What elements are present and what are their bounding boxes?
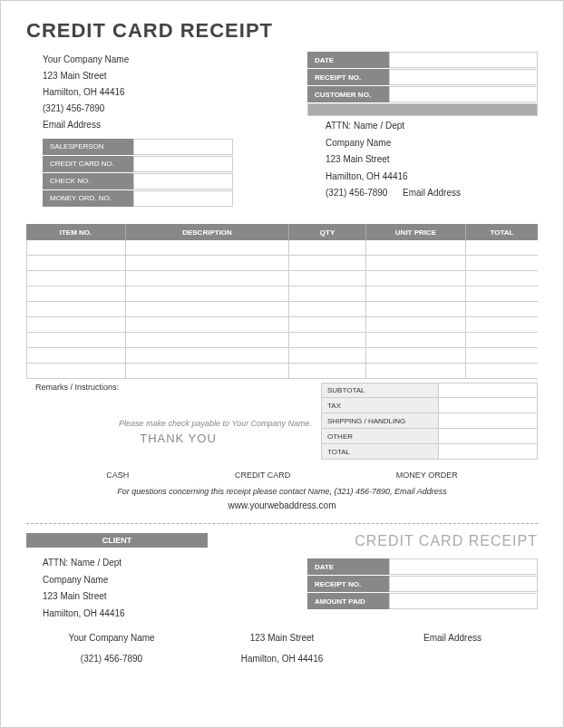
stub-amount-input[interactable]: [389, 593, 538, 609]
attn-city: Hamilton, OH 44416: [326, 169, 538, 186]
check-input[interactable]: [133, 173, 233, 189]
date-label: DATE: [307, 52, 389, 68]
col-price: UNIT PRICE: [366, 224, 466, 240]
table-row[interactable]: [26, 286, 538, 302]
tax-label: TAX: [321, 398, 439, 413]
stub-right: DATE RECEIPT NO. AMOUNT PAID: [307, 558, 538, 622]
totals-section: SUBTOTAL TAX SHIPPING / HANDLING OTHER T…: [321, 383, 538, 460]
receipt-input[interactable]: [389, 69, 538, 85]
items-header: ITEM NO. DESCRIPTION QTY UNIT PRICE TOTA…: [26, 224, 538, 240]
stub-company: Company Name: [43, 572, 307, 589]
client-label: CLIENT: [26, 533, 208, 548]
footer-email: Email Address: [367, 633, 538, 643]
money-label: MONEY ORD. NO.: [43, 190, 133, 207]
stub-date-label: DATE: [307, 558, 389, 575]
pay-cash: CASH: [106, 471, 129, 480]
total-label: TOTAL: [321, 444, 439, 460]
total-input[interactable]: [439, 444, 538, 460]
subtotal-input[interactable]: [439, 383, 538, 398]
footer-empty: [367, 654, 538, 664]
stub-street: 123 Main Street: [43, 588, 307, 606]
web-url: www.yourwebaddress.com: [26, 500, 538, 510]
receipt-page: CREDIT CARD RECEIPT Your Company Name 12…: [0, 0, 564, 728]
attn-contact: (321) 456-7890 Email Address: [326, 185, 538, 202]
company-phone: (321) 456-7890: [43, 101, 307, 117]
col-qty: QTY: [289, 224, 366, 240]
company-city: Hamilton, OH 44416: [43, 84, 307, 101]
pay-mo: MONEY ORDER: [396, 471, 458, 480]
stub-left: ATTN: Name / Dept Company Name 123 Main …: [26, 555, 307, 622]
table-row[interactable]: [26, 302, 538, 317]
meta-block: DATE RECEIPT NO. CUSTOMER NO. ATTN: Name…: [307, 52, 538, 208]
customer-label: CUSTOMER NO.: [307, 86, 389, 102]
header-stripe: [307, 103, 538, 116]
tear-line: [26, 523, 538, 524]
stub-amount-label: AMOUNT PAID: [307, 593, 389, 609]
page-title: CREDIT CARD RECEIPT: [26, 19, 538, 43]
check-label: CHECK NO.: [43, 173, 133, 189]
stub-title: CREDIT CARD RECEIPT: [355, 533, 538, 549]
stub-header: CLIENT CREDIT CARD RECEIPT: [26, 533, 538, 549]
tax-input[interactable]: [439, 398, 538, 413]
attn-block: ATTN: Name / Dept Company Name 123 Main …: [307, 118, 538, 202]
stub-city: Hamilton, OH 44416: [43, 606, 307, 623]
remarks-totals-row: Remarks / Instructions: Please make chec…: [26, 383, 538, 460]
table-row[interactable]: [26, 364, 538, 379]
col-item: ITEM NO.: [26, 224, 126, 240]
cc-label: CREDIT CARD NO.: [43, 156, 133, 172]
other-label: OTHER: [321, 429, 439, 444]
thank-you: THANK YOU: [35, 432, 321, 445]
customer-input[interactable]: [389, 86, 538, 102]
table-row[interactable]: [26, 333, 538, 348]
salesperson-label: SALESPERSON: [43, 139, 133, 155]
footer-city: Hamilton, OH 44416: [197, 654, 367, 664]
stub-attn: ATTN: Name / Dept: [43, 555, 307, 572]
table-row[interactable]: [26, 348, 538, 364]
company-email: Email Address: [43, 117, 307, 133]
footer-row-1: Your Company Name 123 Main Street Email …: [26, 633, 538, 643]
attn-company: Company Name: [326, 135, 538, 152]
company-name: Your Company Name: [43, 52, 307, 68]
company-street: 123 Main Street: [43, 68, 307, 84]
col-total: TOTAL: [466, 224, 538, 240]
cc-input[interactable]: [133, 156, 233, 172]
salesperson-input[interactable]: [133, 139, 233, 155]
company-block: Your Company Name 123 Main Street Hamilt…: [26, 52, 307, 208]
table-row[interactable]: [26, 240, 538, 256]
stub-receipt-input[interactable]: [389, 576, 538, 592]
stub-receipt-label: RECEIPT NO.: [307, 576, 389, 592]
stub-date-input[interactable]: [389, 558, 538, 575]
attn-name: ATTN: Name / Dept: [326, 118, 538, 135]
stub-body: ATTN: Name / Dept Company Name 123 Main …: [26, 555, 538, 622]
questions-note: For questions concerning this receipt pl…: [26, 487, 538, 496]
date-input[interactable]: [389, 52, 538, 68]
sales-block: SALESPERSON CREDIT CARD NO. CHECK NO. MO…: [43, 139, 307, 207]
table-row[interactable]: [26, 317, 538, 333]
header-section: Your Company Name 123 Main Street Hamilt…: [26, 52, 538, 208]
footer-company: Your Company Name: [26, 633, 197, 643]
money-input[interactable]: [133, 190, 233, 207]
payment-type-row: CASH CREDIT CARD MONEY ORDER: [26, 471, 538, 480]
other-input[interactable]: [439, 429, 538, 444]
footer-phone: (321) 456-7890: [26, 654, 197, 664]
footer-street: 123 Main Street: [197, 633, 367, 643]
ship-label: SHIPPING / HANDLING: [321, 413, 439, 429]
remarks-section: Remarks / Instructions: Please make chec…: [26, 383, 321, 460]
table-row[interactable]: [26, 271, 538, 286]
items-body: [26, 240, 538, 379]
footer-row-2: (321) 456-7890 Hamilton, OH 44416: [26, 654, 538, 664]
subtotal-label: SUBTOTAL: [321, 383, 439, 398]
payable-note: Please make check payable to Your Compan…: [35, 419, 321, 428]
ship-input[interactable]: [439, 413, 538, 429]
remarks-label: Remarks / Instructions:: [35, 383, 321, 392]
pay-cc: CREDIT CARD: [235, 471, 290, 480]
attn-street: 123 Main Street: [326, 151, 538, 169]
receipt-label: RECEIPT NO.: [307, 69, 389, 85]
table-row[interactable]: [26, 256, 538, 271]
col-desc: DESCRIPTION: [126, 224, 289, 240]
